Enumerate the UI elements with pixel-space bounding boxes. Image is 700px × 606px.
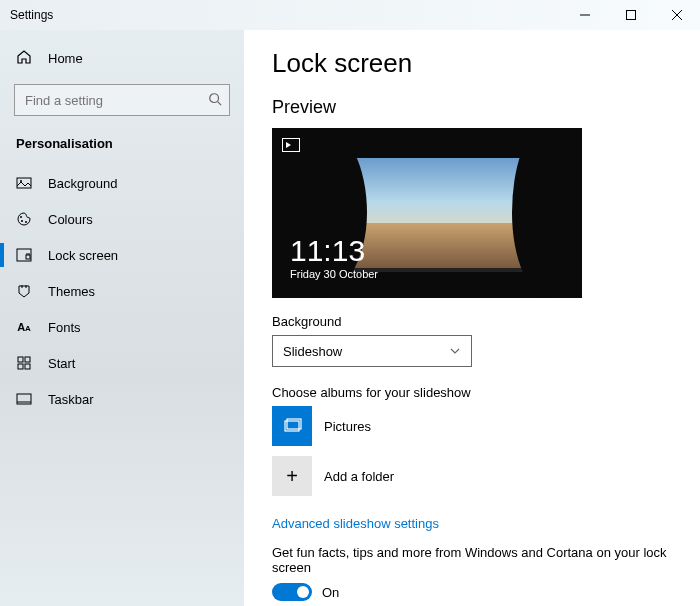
- sidebar-item-label: Background: [48, 176, 117, 191]
- lock-screen-preview[interactable]: 11:13 Friday 30 October: [272, 128, 582, 298]
- fonts-icon: AA: [16, 319, 32, 335]
- svg-rect-6: [17, 178, 31, 188]
- taskbar-icon: [16, 391, 32, 407]
- home-label: Home: [48, 51, 83, 66]
- page-title: Lock screen: [272, 48, 672, 79]
- svg-point-9: [21, 220, 23, 222]
- palette-icon: [16, 211, 32, 227]
- svg-rect-18: [25, 364, 30, 369]
- sidebar-item-lock-screen[interactable]: Lock screen: [0, 237, 244, 273]
- title-bar: Settings: [0, 0, 700, 30]
- section-header: Personalisation: [0, 130, 244, 165]
- svg-line-5: [218, 102, 222, 106]
- sidebar-item-start[interactable]: Start: [0, 345, 244, 381]
- sidebar-item-label: Colours: [48, 212, 93, 227]
- content-pane: Lock screen Preview 11:13 Friday 30 Octo…: [244, 30, 700, 606]
- slideshow-icon: [282, 138, 300, 152]
- search-wrap: [14, 84, 230, 116]
- pictures-tile: [272, 406, 312, 446]
- svg-point-10: [25, 221, 27, 223]
- choose-albums-label: Choose albums for your slideshow: [272, 385, 672, 400]
- start-icon: [16, 355, 32, 371]
- add-folder-label: Add a folder: [324, 469, 394, 484]
- preview-clock: 11:13 Friday 30 October: [290, 236, 378, 280]
- tips-label: Get fun facts, tips and more from Window…: [272, 545, 672, 575]
- sidebar-item-colours[interactable]: Colours: [0, 201, 244, 237]
- tips-toggle-row: On: [272, 583, 672, 601]
- chevron-down-icon: [449, 345, 461, 357]
- sidebar-item-themes[interactable]: Themes: [0, 273, 244, 309]
- sidebar-item-label: Taskbar: [48, 392, 94, 407]
- maximize-button[interactable]: [608, 0, 654, 30]
- sidebar-item-label: Start: [48, 356, 75, 371]
- svg-rect-1: [627, 11, 636, 20]
- album-label: Pictures: [324, 419, 371, 434]
- album-pictures[interactable]: Pictures: [272, 406, 672, 446]
- svg-point-4: [210, 94, 219, 103]
- search-input[interactable]: [14, 84, 230, 116]
- svg-rect-16: [25, 357, 30, 362]
- svg-rect-12: [26, 255, 30, 259]
- lock-screen-icon: [16, 247, 32, 263]
- sidebar: Home Personalisation Background Colours …: [0, 30, 244, 606]
- home-button[interactable]: Home: [0, 40, 244, 76]
- advanced-slideshow-link[interactable]: Advanced slideshow settings: [272, 516, 439, 531]
- pictures-icon: [282, 416, 302, 436]
- add-tile: +: [272, 456, 312, 496]
- window-controls: [562, 0, 700, 30]
- tips-toggle[interactable]: [272, 583, 312, 601]
- background-label: Background: [272, 314, 672, 329]
- sidebar-item-background[interactable]: Background: [0, 165, 244, 201]
- sidebar-item-taskbar[interactable]: Taskbar: [0, 381, 244, 417]
- sidebar-item-label: Lock screen: [48, 248, 118, 263]
- svg-rect-17: [18, 364, 23, 369]
- preview-heading: Preview: [272, 97, 672, 118]
- dropdown-value: Slideshow: [283, 344, 342, 359]
- svg-rect-15: [18, 357, 23, 362]
- sidebar-item-label: Fonts: [48, 320, 81, 335]
- picture-icon: [16, 175, 32, 191]
- close-button[interactable]: [654, 0, 700, 30]
- themes-icon: [16, 283, 32, 299]
- minimize-button[interactable]: [562, 0, 608, 30]
- search-icon: [208, 92, 222, 106]
- background-dropdown[interactable]: Slideshow: [272, 335, 472, 367]
- preview-date: Friday 30 October: [290, 268, 378, 280]
- sidebar-item-label: Themes: [48, 284, 95, 299]
- svg-point-8: [20, 216, 22, 218]
- plus-icon: +: [286, 465, 298, 488]
- sidebar-item-fonts[interactable]: AA Fonts: [0, 309, 244, 345]
- window-title: Settings: [10, 8, 53, 22]
- add-folder-button[interactable]: + Add a folder: [272, 456, 672, 496]
- preview-time: 11:13: [290, 236, 378, 266]
- home-icon: [16, 49, 32, 68]
- toggle-state-label: On: [322, 585, 339, 600]
